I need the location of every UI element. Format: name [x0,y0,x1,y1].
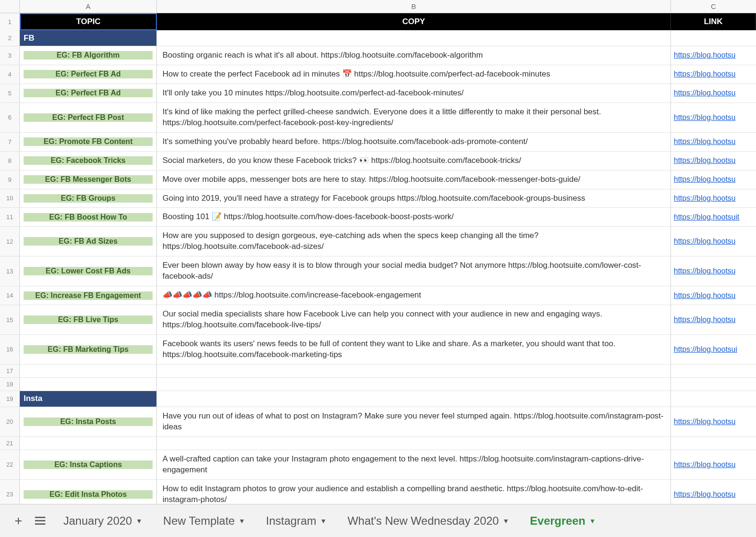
cell[interactable] [671,391,756,407]
copy-cell[interactable]: A well-crafted caption can take your Ins… [157,450,671,479]
row-number[interactable]: 4 [0,65,20,84]
topic-cell[interactable]: EG: Edit Insta Photos [20,480,157,504]
cell[interactable] [671,437,756,450]
topic-cell[interactable]: EG: Increase FB Engagement [20,286,157,305]
copy-cell[interactable]: How to edit Instagram photos to grow you… [157,480,671,504]
cell[interactable] [157,365,671,377]
copy-cell[interactable]: Our social media specialists share how F… [157,305,671,334]
sheet-tab[interactable]: Evergreen ▼ [520,508,606,534]
section-label[interactable]: Insta [20,391,157,407]
copy-cell[interactable]: Have you run out of ideas of what to pos… [157,407,671,436]
topic-cell[interactable]: EG: Perfect FB Post [20,103,157,132]
topic-cell[interactable]: EG: FB Marketing Tips [20,335,157,364]
row-number[interactable]: 19 [0,391,20,407]
sheet-grid[interactable]: A B C 1TOPICCOPYLINK2FB3EG: FB Algorithm… [0,0,756,504]
row-number[interactable]: 10 [0,189,20,208]
link-cell[interactable]: https://blog.hootsu [671,133,756,151]
row-number[interactable]: 11 [0,208,20,226]
row-number[interactable]: 6 [0,103,20,132]
header-link[interactable]: LINK [671,13,756,30]
link-cell[interactable]: https://blog.hootsu [671,189,756,208]
cell[interactable] [20,378,157,391]
link-cell[interactable]: https://blog.hootsu [671,152,756,170]
section-label[interactable]: FB [20,30,157,46]
link-cell[interactable]: https://blog.hootsui [671,335,756,364]
copy-cell[interactable]: 📣📣📣📣📣 https://blog.hootsuite.com/increas… [157,286,671,305]
row-number[interactable]: 20 [0,407,20,436]
copy-cell[interactable]: It's something you've probably heard bef… [157,133,671,151]
topic-cell[interactable]: EG: FB Ad Sizes [20,227,157,256]
row-number[interactable]: 8 [0,152,20,170]
row-number[interactable]: 2 [0,30,20,46]
row-number[interactable]: 5 [0,84,20,102]
row-number[interactable]: 22 [0,450,20,479]
column-letter-a[interactable]: A [20,0,157,13]
link-cell[interactable]: https://blog.hootsu [671,65,756,84]
link-cell[interactable]: https://blog.hootsu [671,480,756,504]
link-cell[interactable]: https://blog.hootsu [671,84,756,102]
cell[interactable] [671,30,756,46]
column-letter-b[interactable]: B [157,0,671,13]
sheet-tab[interactable]: January 2020 ▼ [53,508,153,534]
topic-cell[interactable]: EG: FB Messenger Bots [20,170,157,189]
link-cell[interactable]: https://blog.hootsu [671,305,756,334]
row-number[interactable]: 18 [0,378,20,391]
header-copy[interactable]: COPY [157,13,671,30]
cell[interactable] [157,437,671,450]
copy-cell[interactable]: It'll only take you 10 minutes https://b… [157,84,671,102]
corner-cell[interactable] [0,0,20,13]
row-number[interactable]: 23 [0,480,20,504]
link-cell[interactable]: https://blog.hootsu [671,227,756,256]
cell[interactable] [157,391,671,407]
copy-cell[interactable]: How to create the perfect Facebook ad in… [157,65,671,84]
all-sheets-button[interactable] [31,512,49,530]
cell[interactable] [157,378,671,391]
row-number[interactable]: 14 [0,286,20,305]
topic-cell[interactable]: EG: Lower Cost FB Ads [20,256,157,286]
cell[interactable] [671,365,756,377]
copy-cell[interactable]: How are you supposed to design gorgeous,… [157,227,671,256]
add-sheet-button[interactable]: + [9,512,27,530]
row-number[interactable]: 17 [0,365,20,377]
copy-cell[interactable]: Facebook wants its users' news feeds to … [157,335,671,364]
topic-cell[interactable]: EG: Facebook Tricks [20,152,157,170]
link-cell[interactable]: https://blog.hootsu [671,450,756,479]
link-cell[interactable]: https://blog.hootsuit [671,208,756,226]
row-number[interactable]: 13 [0,256,20,286]
copy-cell[interactable]: Ever been blown away by how easy it is t… [157,256,671,286]
sheet-tab[interactable]: What's New Wednesday 2020 ▼ [337,508,519,534]
topic-cell[interactable]: EG: FB Boost How To [20,208,157,226]
row-number[interactable]: 12 [0,227,20,256]
topic-cell[interactable]: EG: FB Groups [20,189,157,208]
link-cell[interactable]: https://blog.hootsu [671,46,756,65]
copy-cell[interactable]: Boosting 101 📝 https://blog.hootsuite.co… [157,208,671,226]
row-number[interactable]: 3 [0,46,20,65]
sheet-tab[interactable]: New Template ▼ [153,508,256,534]
topic-cell[interactable]: EG: Promote FB Content [20,133,157,151]
copy-cell[interactable]: It's kind of like making the perfect gri… [157,103,671,132]
row-number[interactable]: 21 [0,437,20,450]
topic-cell[interactable]: EG: Perfect FB Ad [20,65,157,84]
row-number[interactable]: 1 [0,13,20,30]
cell[interactable] [20,437,157,450]
link-cell[interactable]: https://blog.hootsu [671,170,756,189]
topic-cell[interactable]: EG: FB Live Tips [20,305,157,334]
sheet-tab[interactable]: Instagram ▼ [256,508,337,534]
copy-cell[interactable]: Move over mobile apps, messenger bots ar… [157,170,671,189]
row-number[interactable]: 7 [0,133,20,151]
header-topic[interactable]: TOPIC [20,13,157,30]
topic-cell[interactable]: EG: Insta Posts [20,407,157,436]
link-cell[interactable]: https://blog.hootsu [671,407,756,436]
cell[interactable] [671,378,756,391]
link-cell[interactable]: https://blog.hootsu [671,256,756,286]
row-number[interactable]: 15 [0,305,20,334]
topic-cell[interactable]: EG: Perfect FB Ad [20,84,157,102]
cell[interactable] [20,365,157,377]
row-number[interactable]: 16 [0,335,20,364]
topic-cell[interactable]: EG: FB Algorithm [20,46,157,65]
column-letter-c[interactable]: C [671,0,756,13]
copy-cell[interactable]: Social marketers, do you know these Face… [157,152,671,170]
link-cell[interactable]: https://blog.hootsu [671,286,756,305]
copy-cell[interactable]: Boosting organic reach is what it's all … [157,46,671,65]
row-number[interactable]: 9 [0,170,20,189]
